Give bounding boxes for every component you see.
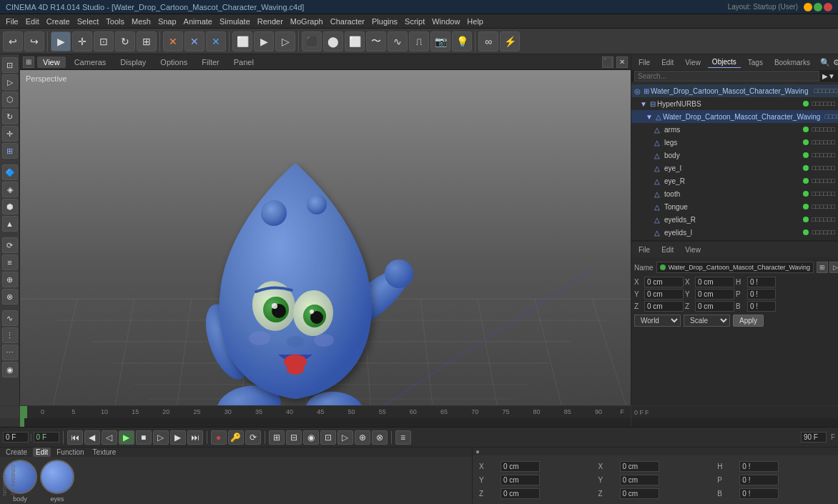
tree-eye-r[interactable]: △ eye_R □□□□□□ bbox=[631, 174, 838, 187]
tree-hypernurbs[interactable]: ▼ ⊟ HyperNURBS □□□□□□ bbox=[631, 97, 838, 110]
render-region-button[interactable]: ⬜ bbox=[232, 31, 252, 51]
go-to-end-button[interactable]: ⏭ bbox=[187, 430, 203, 445]
menu-select[interactable]: Select bbox=[74, 16, 102, 27]
attr-name-field[interactable]: Water_Drop_Cartoon_Mascot_Character_Wavi… bbox=[656, 262, 814, 273]
current-frame-input[interactable] bbox=[34, 432, 59, 443]
om-view-tab[interactable]: View bbox=[681, 57, 705, 68]
bottom-y-pos[interactable] bbox=[501, 475, 540, 485]
prev-play-button[interactable]: ◁ bbox=[102, 430, 117, 445]
tree-eyelids-r[interactable]: △ eyelids_R □□□□□□ bbox=[631, 213, 838, 226]
bottom-z-rot[interactable] bbox=[620, 488, 659, 499]
tree-mascot-object[interactable]: ▼ △ Water_Drop_Cartoon_Mascot_Character_… bbox=[631, 110, 838, 123]
light-button[interactable]: 💡 bbox=[452, 31, 472, 51]
tree-tongue[interactable]: △ Tongue □□□□□□ bbox=[631, 200, 838, 213]
go-to-start-button[interactable]: ⏮ bbox=[67, 430, 83, 445]
texture-tab[interactable]: Texture bbox=[90, 448, 119, 457]
cube-button[interactable]: ⬛ bbox=[302, 31, 322, 51]
viewport-maximize[interactable]: ⬛ bbox=[602, 56, 613, 68]
stop-button[interactable]: ■ bbox=[136, 430, 152, 445]
menu-window[interactable]: Window bbox=[429, 16, 463, 27]
bottom-h-val[interactable] bbox=[739, 461, 779, 472]
z-rot-input[interactable] bbox=[695, 301, 734, 312]
bottom-p-val[interactable] bbox=[739, 475, 779, 485]
tool-3[interactable]: ⬡ bbox=[2, 92, 18, 107]
render-button[interactable]: ▶ bbox=[254, 31, 274, 51]
tool-7[interactable]: 🔷 bbox=[2, 164, 18, 180]
redo-button[interactable]: ↪ bbox=[24, 31, 44, 51]
bottom-z-pos[interactable] bbox=[501, 488, 540, 499]
attr-icon-1[interactable]: ⊞ bbox=[817, 262, 828, 273]
menu-snap[interactable]: Snap bbox=[155, 16, 179, 27]
sphere-button[interactable]: ⬤ bbox=[323, 31, 343, 51]
menu-plugins[interactable]: Plugins bbox=[369, 16, 400, 27]
p-input[interactable] bbox=[747, 289, 776, 300]
next-frame-button[interactable]: ▷ bbox=[153, 430, 169, 445]
flash-button[interactable]: ⚡ bbox=[500, 31, 520, 51]
om-file-tab[interactable]: File bbox=[634, 57, 654, 68]
select-tool-button[interactable]: ▶ bbox=[51, 31, 71, 51]
tool-14[interactable]: ⊗ bbox=[2, 289, 18, 305]
om-collapse-icon[interactable]: ▼ bbox=[828, 72, 835, 80]
menu-mograph[interactable]: MoGraph bbox=[287, 16, 326, 27]
viewport-tab-cameras[interactable]: Cameras bbox=[69, 56, 112, 68]
tree-body[interactable]: △ body □□□□□□ bbox=[631, 149, 838, 162]
viewport-tab-panel[interactable]: Panel bbox=[228, 56, 260, 68]
tool-15[interactable]: ∿ bbox=[2, 310, 18, 326]
play-button[interactable]: ▶ bbox=[119, 430, 134, 445]
h-input[interactable] bbox=[747, 277, 776, 287]
playback-tool-2[interactable]: ⊟ bbox=[286, 430, 302, 445]
function-tab[interactable]: Function bbox=[54, 448, 87, 457]
menu-script[interactable]: Script bbox=[402, 16, 428, 27]
menu-help[interactable]: Help bbox=[464, 16, 486, 27]
menu-animate[interactable]: Animate bbox=[181, 16, 215, 27]
tool-18[interactable]: ◉ bbox=[2, 362, 18, 377]
tree-eye-l[interactable]: △ eye_l □□□□□□ bbox=[631, 162, 838, 174]
tool-11[interactable]: ⟳ bbox=[2, 237, 18, 253]
tool-8[interactable]: ◈ bbox=[2, 182, 18, 197]
om-search-icon[interactable]: 🔍 bbox=[820, 58, 830, 67]
om-edit-tab[interactable]: Edit bbox=[657, 57, 678, 68]
menu-tools[interactable]: Tools bbox=[103, 16, 127, 27]
tool-12[interactable]: ≡ bbox=[2, 255, 18, 270]
world-dropdown[interactable]: World Object bbox=[634, 315, 681, 327]
x-pos-input[interactable] bbox=[644, 277, 684, 287]
infinity-button[interactable]: ∞ bbox=[478, 31, 498, 51]
y-rot-input[interactable] bbox=[695, 289, 734, 300]
viewport-tab-options[interactable]: Options bbox=[154, 56, 193, 68]
bottom-x-rot[interactable] bbox=[620, 461, 659, 472]
undo-button[interactable]: ↩ bbox=[3, 31, 23, 51]
viewport-icon[interactable]: ⊞ bbox=[23, 56, 34, 68]
edge-mode-button[interactable]: ✕ bbox=[184, 31, 204, 51]
tool-4[interactable]: ↻ bbox=[2, 109, 18, 124]
maximize-button[interactable] bbox=[814, 3, 822, 11]
am-file-tab[interactable]: File bbox=[634, 244, 654, 255]
tool-2[interactable]: ▷ bbox=[2, 74, 18, 90]
playback-tool-8[interactable]: ≡ bbox=[395, 430, 411, 445]
material-eyes[interactable]: eyes bbox=[40, 460, 74, 503]
apply-button[interactable]: Apply bbox=[733, 315, 764, 327]
viewport-tab-filter[interactable]: Filter bbox=[196, 56, 225, 68]
menu-file[interactable]: File bbox=[3, 16, 21, 27]
tool-17[interactable]: ⋯ bbox=[2, 345, 18, 360]
playback-tool-5[interactable]: ▷ bbox=[337, 430, 353, 445]
scale-dropdown[interactable]: Scale bbox=[684, 315, 730, 327]
bottom-x-pos[interactable] bbox=[501, 461, 540, 472]
next-play-button[interactable]: ▶ bbox=[170, 430, 186, 445]
viewport-tab-view[interactable]: View bbox=[37, 56, 66, 68]
menu-render[interactable]: Render bbox=[255, 16, 286, 27]
tool-10[interactable]: ▲ bbox=[2, 216, 18, 232]
tool-1[interactable]: ⊡ bbox=[2, 57, 18, 73]
rotate-tool-button[interactable]: ↻ bbox=[115, 31, 135, 51]
tree-legs[interactable]: △ legs □□□□□□ bbox=[631, 136, 838, 149]
b-input[interactable] bbox=[747, 301, 776, 312]
prev-frame-button[interactable]: ◀ bbox=[84, 430, 100, 445]
loop-button[interactable]: ⟳ bbox=[245, 430, 261, 445]
om-expand-icon[interactable]: ▶ bbox=[822, 72, 828, 80]
am-edit-tab[interactable]: Edit bbox=[657, 244, 678, 255]
playback-tool-1[interactable]: ⊞ bbox=[269, 430, 285, 445]
tool-5[interactable]: ✛ bbox=[2, 126, 18, 142]
playback-tool-4[interactable]: ⊡ bbox=[320, 430, 336, 445]
deform-button[interactable]: ⎍ bbox=[409, 31, 429, 51]
poly-mode-button[interactable]: ✕ bbox=[206, 31, 226, 51]
om-bookmarks-tab[interactable]: Bookmarks bbox=[770, 57, 814, 68]
